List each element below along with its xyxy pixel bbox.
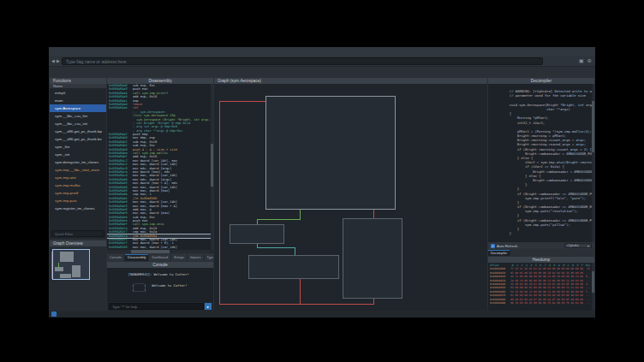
decompiler-tab-bar: Decompiler: [488, 250, 594, 256]
function-list-item[interactable]: sym.Aerospace: [50, 104, 106, 112]
console-line-text: [NONAME941]: Welcome to Cutter!: [128, 272, 189, 276]
scrollbar-thumb[interactable]: [592, 101, 594, 152]
quick-filter-input[interactable]: [51, 230, 104, 237]
graph-edge: [295, 247, 295, 255]
function-name: sym.register_tm_clones: [55, 206, 94, 211]
minimap-node: [60, 252, 74, 262]
decompiler-line[interactable]: // WARNING: [r2ghidra] Detected write to…: [490, 85, 590, 89]
graph-node-line: mov eax, dword [var_14h]: [346, 226, 399, 231]
console-submit-button[interactable]: ▸: [205, 303, 212, 310]
decompiler-vertical-scrollbar[interactable]: [592, 84, 594, 242]
graph-node-exit[interactable]: push str.42 ; 0x80485d0 ; "42" ; const c…: [248, 255, 339, 279]
decompiler-panel: Decompiler // WARNING: [r2ghidra] Detect…: [488, 78, 594, 249]
auto-refresh-label: Auto Refresh: [497, 244, 517, 248]
function-name: sym.imp.printf: [55, 191, 78, 195]
functions-list: entry0 main sym.Aerospace sym.__libc_csu…: [50, 89, 106, 228]
hexdump-vertical-scrollbar[interactable]: [592, 263, 594, 311]
function-name: sym.__x86.get_pc_thunk.bx: [55, 137, 102, 141]
dock-tab-label: Types: [207, 256, 213, 259]
decompiler-engine-value: r2ghidra: [567, 244, 579, 247]
forward-icon[interactable]: ▶: [57, 58, 60, 63]
console-panel: Console [NONAME941]: Welcome to Cutter! …: [107, 262, 213, 311]
function-list-item[interactable]: sym.imp.puts: [50, 197, 106, 205]
dock-tab-label: Console: [110, 256, 122, 259]
function-list-item[interactable]: sym.__x86.get_pc_thunk.bp: [50, 128, 106, 135]
graph-node-line: call sym.imp.puts ; int puts(const char …: [252, 263, 336, 268]
status-task-indicator[interactable]: [51, 312, 57, 317]
graph-node-line: cmp eax, 0x2a: [346, 273, 399, 278]
graph-node-line: sub esp, 0xc: [346, 245, 399, 250]
console-input-row: ▸: [109, 303, 212, 310]
graph-node-line: mov eax, dword [var_14h]: [346, 282, 399, 288]
graph-overview-minimap[interactable]: [50, 246, 106, 311]
graph-panel: Graph (sym.Aerospace) (fcn) sym.Aerospac…: [214, 78, 487, 311]
graph-node-line: call sym.imp.atoi: [346, 254, 399, 259]
function-name: sym.imp.malloc: [55, 183, 80, 187]
functions-panel: Functions Name entry0 main sym.Aerospace…: [50, 78, 106, 239]
gear-icon[interactable]: ⚙: [587, 57, 592, 63]
scrollbar-thumb[interactable]: [211, 144, 213, 187]
function-list-item[interactable]: sym.__x86.get_pc_thunk.bx: [50, 135, 106, 143]
decompiler-engine-select[interactable]: r2ghidra ▾: [564, 243, 592, 248]
dock-tab[interactable]: Imports: [188, 254, 205, 261]
tasks-icon[interactable]: ▣: [579, 57, 584, 63]
function-list-item[interactable]: sym.imp.__libc_start_main: [50, 166, 106, 174]
function-name: sym._init: [55, 152, 69, 157]
decompiler-tab-label: Decompiler: [491, 252, 507, 255]
function-list-item[interactable]: sym.register_tm_clones: [50, 205, 106, 212]
hexdump-row[interactable]: 0x08048090 00 10 00 00 01 00 00 00 f0 0e…: [490, 301, 590, 305]
graph-node-line: sym.Aerospace (Bright *Bright, int argc,…: [269, 104, 392, 109]
disassembly-panel: Disassembly 0x080484a0 sub esp, 0xc 0x08…: [107, 78, 213, 253]
dock-tab[interactable]: Strings: [171, 254, 188, 261]
minimap-node: [55, 267, 63, 271]
disassembly-vertical-scrollbar[interactable]: [211, 84, 213, 250]
console-input[interactable]: [109, 303, 204, 310]
scrollbar-thumb[interactable]: [131, 250, 170, 253]
graph-edge-false: [219, 101, 220, 304]
function-list-item[interactable]: sym.__libc_csu_init: [50, 120, 106, 128]
decompiler-tab[interactable]: Decompiler: [488, 250, 510, 256]
function-name: sym.deregister_tm_clones: [55, 160, 98, 164]
function-list-item[interactable]: sym.imp.malloc: [50, 181, 106, 189]
function-list-item[interactable]: sym.__libc_csu_fini: [50, 112, 106, 120]
hexdump-panel-title: Hexdump: [488, 257, 594, 263]
graph-node-true-branch[interactable]: mov eax, dword [var_14h] mov dword [eax …: [230, 224, 284, 244]
graph-overview-panel: Graph Overview: [50, 240, 106, 311]
function-list-item[interactable]: sym.deregister_tm_clones: [50, 158, 106, 166]
minimap-node: [72, 265, 80, 277]
dock-tab[interactable]: Dashboard: [149, 254, 171, 261]
search-input[interactable]: [62, 57, 543, 65]
function-name: sym.imp.__libc_start_main: [55, 168, 99, 172]
dock-tab[interactable]: Types: [205, 254, 213, 261]
functions-panel-title: Functions: [50, 78, 106, 84]
console-panel-title: Console: [107, 262, 213, 268]
function-list-item[interactable]: sym._init: [50, 151, 106, 158]
console-output: [NONAME941]: Welcome to Cutter! _____ | …: [107, 268, 213, 302]
decompiler-line-text: char **argv): [510, 107, 570, 111]
disassembly-horizontal-scrollbar[interactable]: [107, 250, 211, 253]
chevron-down-icon: ▾: [587, 244, 589, 248]
function-list-item[interactable]: main: [50, 97, 106, 104]
function-list-item[interactable]: sym._fini: [50, 143, 106, 151]
toolbar: ◀ ▶ ▣ ⚙: [49, 56, 595, 67]
back-icon[interactable]: ◀: [51, 58, 55, 63]
minimap-edge: [58, 263, 59, 268]
dock-tab[interactable]: Console: [107, 254, 125, 261]
function-name: sym.__libc_csu_init: [55, 122, 87, 126]
menu-bar: [49, 47, 595, 56]
graph-canvas[interactable]: (fcn) sym.Aerospace 204 sym.Aerospace (B…: [214, 84, 487, 311]
function-list-item[interactable]: sym.imp.printf: [50, 189, 106, 197]
graph-edge-true: [257, 219, 301, 220]
hexdump-body: offset 0 1 2 3 4 5 6 7 8 9 A B C D E F 0…: [488, 263, 592, 311]
function-list-item[interactable]: sym.imp.atoi: [50, 174, 106, 181]
auto-refresh-checkbox[interactable]: ✓: [491, 244, 495, 248]
graph-node-entry[interactable]: (fcn) sym.Aerospace 204 sym.Aerospace (B…: [265, 96, 396, 210]
function-name: main: [55, 98, 63, 103]
dock-tab[interactable]: Disassembly: [125, 254, 150, 261]
graph-overview-title: Graph Overview: [50, 240, 106, 246]
graph-node-false-branch[interactable]: ; CODE XREF from sym.Aerospace @ 0x80484…: [343, 218, 402, 299]
scrollbar-thumb[interactable]: [592, 271, 594, 293]
disassembly-line[interactable]: 0x08048506 mov eax, dword [var_14h]: [107, 246, 211, 249]
function-list-item[interactable]: entry0: [50, 89, 106, 97]
graph-node-line: jmp 0x8048536: [233, 236, 281, 241]
